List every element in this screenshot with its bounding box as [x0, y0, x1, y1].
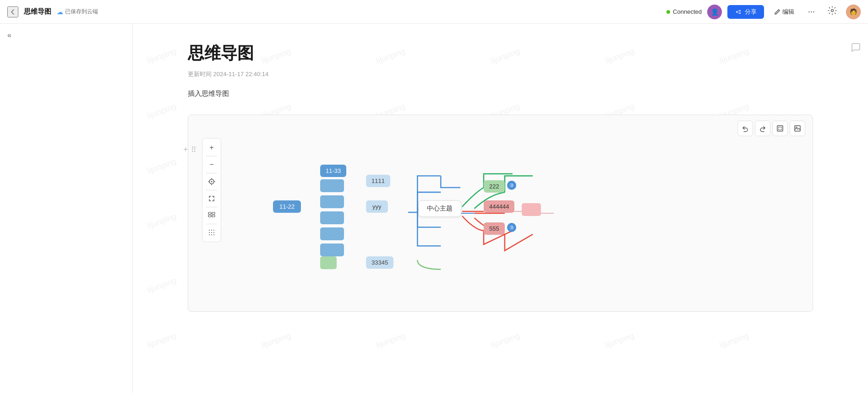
- svg-rect-10: [208, 212, 211, 214]
- node-11-22[interactable]: 11-22: [273, 200, 301, 213]
- svg-point-15: [211, 230, 212, 231]
- main-content: lijunping lijunping lijunping lijunping …: [133, 24, 868, 393]
- watermark: lijunping: [146, 276, 177, 295]
- block-actions: + ⠿: [183, 145, 197, 155]
- watermark: lijunping: [146, 211, 177, 231]
- mindmap-nodes: 11-22 11-33 1111 yyy: [225, 115, 813, 311]
- share-button[interactable]: 分享: [727, 5, 764, 19]
- edit-button[interactable]: 编辑: [770, 5, 799, 19]
- svg-point-2: [831, 10, 834, 12]
- zoom-divider-4: [206, 207, 217, 207]
- svg-rect-5: [777, 126, 783, 131]
- watermark: lijunping: [146, 156, 177, 176]
- zoom-divider-2: [206, 173, 217, 173]
- zoom-divider: [206, 156, 217, 156]
- badge-222[interactable]: ③: [507, 181, 516, 190]
- svg-text:👤: 👤: [710, 8, 719, 16]
- save-label: 已保存到云端: [65, 8, 98, 16]
- node-yyy[interactable]: yyy: [366, 200, 388, 213]
- doc-title: 思维导图: [188, 42, 813, 65]
- svg-point-16: [213, 230, 214, 231]
- badge-555[interactable]: ③: [507, 223, 516, 232]
- watermark: lijunping: [260, 331, 292, 350]
- watermark: lijunping: [489, 331, 521, 350]
- add-block-button[interactable]: +: [183, 145, 188, 155]
- svg-point-14: [209, 230, 210, 231]
- layout-button[interactable]: [204, 208, 219, 223]
- node-sub4[interactable]: [320, 227, 344, 240]
- user-avatar[interactable]: 🧑: [846, 5, 861, 19]
- svg-point-17: [209, 232, 210, 233]
- node-11-33[interactable]: 11-33: [320, 165, 346, 177]
- zoom-out-button[interactable]: −: [204, 157, 219, 172]
- svg-point-22: [213, 234, 214, 235]
- topbar-title: 思维导图: [24, 7, 51, 16]
- node-555[interactable]: 555: [484, 222, 505, 235]
- svg-point-18: [211, 232, 212, 233]
- node-pink-sub[interactable]: [522, 203, 541, 216]
- node-green-sub[interactable]: [320, 256, 337, 269]
- zoom-divider-5: [206, 224, 217, 224]
- doc-header: 思维导图 更新时间 2024-11-17 22:40:14 插入思维导图: [133, 24, 868, 115]
- settings-button[interactable]: [824, 4, 841, 19]
- watermark: lijunping: [604, 331, 635, 350]
- sidebar-collapse-button[interactable]: «: [0, 24, 132, 47]
- comment-icon[interactable]: [851, 42, 861, 55]
- expand-button[interactable]: [204, 191, 219, 206]
- zoom-in-button[interactable]: +: [204, 140, 219, 155]
- node-sub5[interactable]: [320, 244, 344, 256]
- node-33345[interactable]: 33345: [366, 256, 393, 269]
- svg-point-20: [209, 234, 210, 235]
- watermark: lijunping: [375, 331, 406, 350]
- mindmap-connections-right: [225, 115, 813, 311]
- svg-text:🧑: 🧑: [850, 8, 857, 16]
- svg-rect-12: [208, 215, 211, 217]
- sidebar: «: [0, 24, 133, 393]
- svg-rect-13: [212, 215, 215, 217]
- node-1111[interactable]: 1111: [366, 175, 390, 187]
- share-label: 分享: [745, 8, 757, 16]
- svg-point-21: [211, 234, 212, 235]
- back-button[interactable]: [7, 6, 18, 17]
- connected-label: Connected: [673, 8, 702, 15]
- node-444444[interactable]: 444444: [484, 200, 514, 213]
- svg-point-19: [213, 232, 214, 233]
- mindmap-toolbar: [737, 121, 805, 136]
- main-layout: « lijunping lijunping lijunping lijunpin…: [0, 0, 868, 393]
- grid-button[interactable]: [204, 225, 219, 240]
- center-view-button[interactable]: [204, 174, 219, 189]
- doc-meta: 更新时间 2024-11-17 22:40:14: [188, 70, 813, 78]
- svg-rect-11: [212, 212, 215, 214]
- drag-block-button[interactable]: ⠿: [191, 145, 197, 155]
- node-sub3[interactable]: [320, 211, 344, 224]
- node-sub2[interactable]: [320, 195, 344, 208]
- node-center[interactable]: 中心主题: [418, 200, 461, 217]
- topbar: 思维导图 ☁ 已保存到云端 Connected 👤 分享 编辑 ···: [0, 0, 868, 24]
- cloud-icon: ☁: [57, 8, 63, 16]
- svg-rect-6: [795, 126, 800, 131]
- zoom-controls: + −: [202, 138, 221, 242]
- undo-button[interactable]: [737, 121, 753, 136]
- mindmap-container[interactable]: + −: [188, 115, 813, 312]
- section-label: 插入思维导图: [188, 89, 813, 98]
- edit-label: 编辑: [782, 8, 794, 16]
- zoom-divider-3: [206, 190, 217, 190]
- topbar-save-status: ☁ 已保存到云端: [57, 8, 98, 16]
- watermark: lijunping: [718, 331, 750, 350]
- fit-screen-button[interactable]: [772, 121, 788, 136]
- connection-status: Connected: [666, 8, 702, 15]
- node-sub1[interactable]: [320, 179, 344, 192]
- more-button[interactable]: ···: [804, 5, 819, 18]
- export-image-button[interactable]: [790, 121, 805, 136]
- redo-button[interactable]: [755, 121, 770, 136]
- svg-point-9: [211, 181, 213, 183]
- collaborator-avatar[interactable]: 👤: [707, 5, 722, 19]
- connected-dot: [666, 10, 670, 14]
- node-222[interactable]: 222: [484, 180, 505, 193]
- watermark: lijunping: [146, 331, 177, 350]
